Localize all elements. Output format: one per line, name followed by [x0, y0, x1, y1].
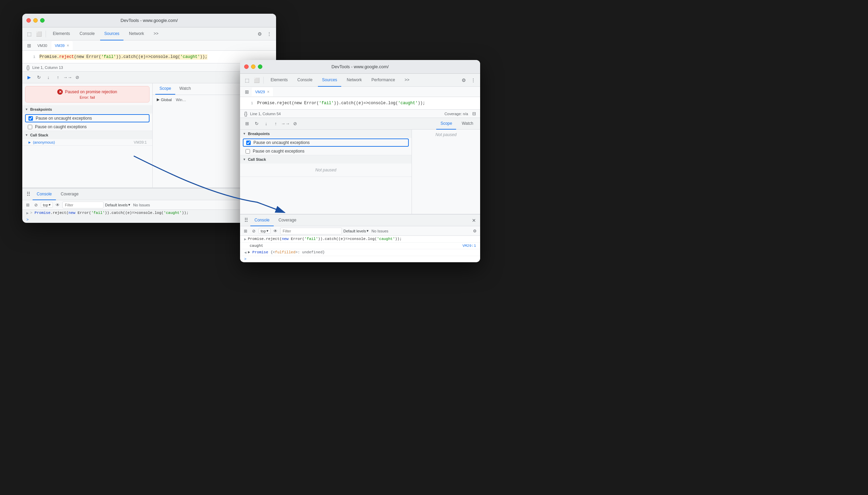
error-icon: ✕ — [57, 89, 63, 95]
tab-more-1[interactable]: >> — [150, 27, 163, 40]
eye-icon-2[interactable]: 👁 — [272, 228, 279, 234]
tab-network-2[interactable]: Network — [343, 74, 366, 87]
watch-tab-1[interactable]: Watch — [175, 83, 195, 95]
pause-caught-checkbox-1[interactable] — [28, 125, 32, 129]
scope-tab-1[interactable]: Scope — [155, 83, 175, 95]
layout-btn-2[interactable]: ⊞ — [243, 120, 251, 128]
tab-network-1[interactable]: Network — [125, 27, 148, 40]
pause-caught-2[interactable]: Pause on caught exceptions — [240, 147, 412, 155]
tab-performance-2[interactable]: Performance — [367, 74, 399, 87]
format-icon-2[interactable]: {} — [244, 111, 247, 117]
inspect-icon[interactable]: ⬚ — [25, 30, 33, 38]
breakpoints-header-2[interactable]: ▼ Breakpoints — [240, 130, 412, 138]
maximize-button[interactable] — [40, 18, 45, 23]
tab-sources-2[interactable]: Sources — [318, 74, 341, 87]
format-icon-1[interactable]: {} — [26, 65, 29, 70]
file-tab-vm29[interactable]: VM29 × — [252, 87, 273, 96]
format-icon-right[interactable]: ⊟ — [472, 111, 476, 116]
console-three-dots[interactable]: ⠿ — [25, 191, 32, 197]
close-button[interactable] — [26, 18, 31, 23]
console-tab-coverage-1[interactable]: Coverage — [57, 189, 83, 200]
close-button-2[interactable] — [244, 64, 249, 69]
top-select-2[interactable]: top ▾ — [259, 228, 271, 234]
settings-icon-console-2[interactable]: ⚙ — [471, 228, 478, 234]
clear-console-2[interactable]: ⊘ — [250, 228, 257, 234]
pause-uncaught-checkbox-2[interactable] — [246, 141, 251, 145]
callstack-header-2[interactable]: ▼ Call Stack — [240, 155, 412, 164]
close-console-btn[interactable]: ✕ — [471, 217, 477, 224]
tab-elements-2[interactable]: Elements — [266, 74, 292, 87]
scope-tab-2[interactable]: Scope — [436, 118, 456, 130]
pause-caught-1[interactable]: Pause on caught exceptions — [22, 123, 152, 131]
settings-icon-1[interactable]: ⚙ — [255, 30, 264, 38]
console-tab-coverage-2[interactable]: Coverage — [274, 215, 300, 226]
deactivate-btn[interactable]: ⊘ — [73, 73, 81, 82]
tab-sources-1[interactable]: Sources — [100, 27, 123, 40]
deactivate-btn-2[interactable]: ⊘ — [291, 120, 299, 128]
inspect-icon-2[interactable]: ⬚ — [243, 76, 251, 84]
title-bar-2: DevTools - www.google.com/ — [240, 60, 480, 74]
filter-input-2[interactable] — [280, 228, 342, 234]
step-into-btn[interactable]: ↓ — [44, 73, 52, 82]
step-over-btn[interactable]: ↻ — [35, 73, 43, 82]
top-select-1[interactable]: top ▾ — [41, 202, 53, 208]
step-into-btn-2[interactable]: ↑ — [272, 120, 280, 128]
file-tabs-bar-1: ⊞ VM30 VM39 × — [22, 40, 276, 51]
console-prompt-2[interactable]: > — [240, 256, 480, 262]
tab-console-2[interactable]: Console — [293, 74, 317, 87]
eye-icon-1[interactable]: 👁 — [54, 202, 61, 208]
expand-icon-2a[interactable]: ▶ — [244, 237, 247, 241]
tab-more-2[interactable]: >> — [401, 74, 414, 87]
call-stack-item-1: ► (anonymous) VM39:1 — [22, 139, 152, 145]
device-icon-2[interactable]: ⬜ — [252, 76, 261, 84]
more-icon-2[interactable]: ⋮ — [469, 76, 477, 84]
filter-input-1[interactable] — [62, 202, 104, 208]
file-tab-vm30[interactable]: VM30 — [34, 41, 51, 50]
callstack-header-1[interactable]: ▼ Call Stack — [22, 131, 152, 139]
w1-bottom: ⠿ Console Coverage ⊞ ⊘ top ▾ 👁 Default — [22, 188, 276, 223]
console-three-dots-2[interactable]: ⠿ — [243, 217, 250, 224]
level-select-1[interactable]: Default levels ▾ — [105, 203, 130, 207]
debug-toolbar-2: ⊞ ↻ ↓ ↑ →→ ⊘ Scope Watch — [240, 118, 480, 130]
breakpoints-header-1[interactable]: ▼ Breakpoints — [22, 105, 152, 113]
step-btn-2[interactable]: →→ — [281, 120, 289, 128]
expand-icon-2c[interactable]: ◀ — [244, 250, 247, 255]
clear-console-1[interactable]: ⊘ — [33, 202, 39, 208]
device-icon[interactable]: ⬜ — [35, 30, 43, 38]
tab-console-1[interactable]: Console — [75, 27, 99, 40]
settings-icon-2[interactable]: ⚙ — [460, 76, 468, 84]
console-tab-console-1[interactable]: Console — [33, 189, 56, 200]
prompt-sym-1: > — [26, 218, 29, 222]
maximize-button-2[interactable] — [258, 64, 262, 69]
step-out-btn[interactable]: ↑ — [54, 73, 62, 82]
minimize-button[interactable] — [33, 18, 38, 23]
traffic-lights-2 — [244, 64, 262, 69]
resume-btn[interactable]: ▶ — [25, 73, 33, 82]
console-tab-console-2[interactable]: Console — [250, 215, 274, 226]
devtools-window-2: DevTools - www.google.com/ ⬚ ⬜ Elements … — [240, 60, 480, 262]
pause-uncaught-1[interactable]: Pause on uncaught exceptions — [25, 114, 150, 122]
resume-btn-2[interactable]: ↻ — [252, 120, 261, 128]
close-file-tab-vm39[interactable]: × — [67, 43, 69, 48]
sidebar-toggle-1[interactable]: ⊞ — [25, 41, 33, 50]
minimize-button-2[interactable] — [251, 64, 255, 69]
close-file-tab-vm29[interactable]: × — [267, 89, 270, 94]
expand-icon-1[interactable]: ▶ — [26, 211, 29, 215]
step-over-btn-2[interactable]: ↓ — [262, 120, 270, 128]
code-line-1: 1 Promise.reject(new Error('fail')).catc… — [22, 53, 276, 60]
tab-elements-1[interactable]: Elements — [49, 27, 74, 40]
breakpoints-section-1: ▼ Breakpoints Pause on uncaught exceptio… — [22, 105, 152, 131]
file-tab-vm39[interactable]: VM39 × — [51, 41, 73, 50]
console-prompt-1[interactable]: > — [22, 217, 276, 223]
pause-uncaught-checkbox-1[interactable] — [28, 116, 33, 121]
watch-tab-2[interactable]: Watch — [457, 118, 477, 130]
sidebar-toggle-console-1[interactable]: ⊞ — [24, 202, 31, 208]
pause-caught-checkbox-2[interactable] — [246, 149, 250, 154]
sidebar-toggle-console-2[interactable]: ⊞ — [242, 228, 249, 234]
console-entry-location-2b[interactable]: VM29:1 — [462, 244, 476, 248]
step-btn[interactable]: →→ — [63, 73, 72, 82]
more-icon-1[interactable]: ⋮ — [265, 30, 273, 38]
sidebar-toggle-2[interactable]: ⊞ — [243, 88, 251, 96]
pause-uncaught-2[interactable]: Pause on uncaught exceptions — [243, 138, 409, 147]
level-select-2[interactable]: Default levels ▾ — [343, 229, 369, 233]
